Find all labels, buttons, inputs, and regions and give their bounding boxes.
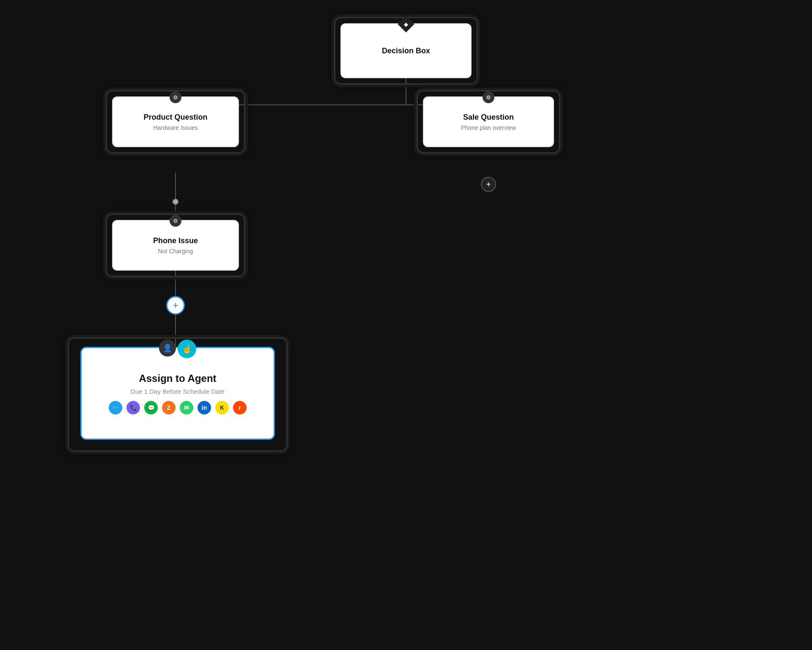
twitter-icon: 🐦 bbox=[109, 401, 122, 414]
social-icons-row: 🐦 📞 💬 Z ✉ in K r bbox=[109, 401, 247, 414]
svg-point-10 bbox=[173, 199, 178, 204]
kakaotalk-icon: K bbox=[215, 401, 229, 414]
zendesk-icon: Z bbox=[162, 401, 176, 414]
product-question-node[interactable]: ⚙ Product Question Hardware Issues bbox=[112, 96, 239, 147]
viber-icon: 📞 bbox=[126, 401, 140, 414]
assign-agent-title: Assign to Agent bbox=[139, 373, 216, 384]
sale-question-node[interactable]: ⚙ Sale Question Phone plan overview bbox=[423, 96, 554, 147]
assign-agent-node[interactable]: 👤 ☝ Assign to Agent Due 1 Day Before Sch… bbox=[80, 347, 275, 440]
sale-gear-icon: ⚙ bbox=[483, 91, 494, 103]
product-question-title: Product Question bbox=[143, 113, 207, 122]
product-question-subtitle: Hardware Issues bbox=[153, 124, 198, 131]
sale-question-subtitle: Phone plan overview bbox=[461, 124, 516, 131]
assign-header-icons: 👤 ☝ bbox=[159, 340, 196, 358]
linkedin-icon: in bbox=[198, 401, 211, 414]
phone-issue-subtitle: Not Charging bbox=[158, 248, 193, 255]
sale-question-title: Sale Question bbox=[463, 113, 514, 122]
product-gear-icon: ⚙ bbox=[170, 91, 181, 103]
whatsapp-icon: ✉ bbox=[180, 401, 193, 414]
phone-issue-node[interactable]: ⚙ Phone Issue Not Charging bbox=[112, 220, 239, 271]
assign-agent-subtitle: Due 1 Day Before Schedule Date bbox=[131, 388, 225, 395]
cursor-icon: ☝ bbox=[178, 340, 196, 358]
workflow-canvas: Decision Box ⚙ Product Question Hardware… bbox=[0, 0, 812, 650]
add-below-phone-button[interactable]: + bbox=[166, 296, 185, 315]
wechat-icon: 💬 bbox=[144, 401, 158, 414]
phone-gear-icon: ⚙ bbox=[170, 215, 181, 227]
decision-box-node[interactable]: Decision Box bbox=[340, 23, 472, 78]
phone-issue-title: Phone Issue bbox=[153, 236, 198, 245]
add-below-sale-button[interactable]: + bbox=[481, 177, 496, 192]
reddit-icon: r bbox=[233, 401, 247, 414]
decision-box-title: Decision Box bbox=[382, 47, 430, 55]
person-icon: 👤 bbox=[159, 340, 176, 357]
